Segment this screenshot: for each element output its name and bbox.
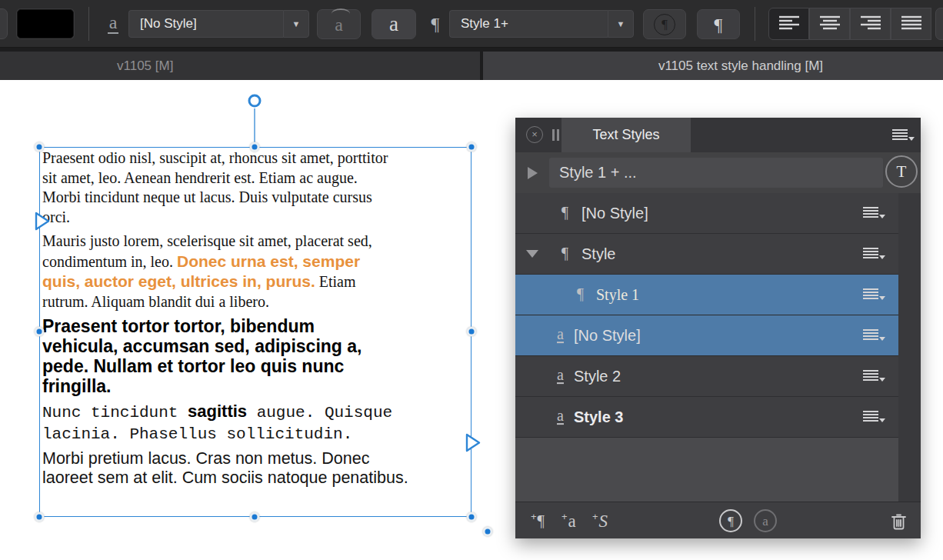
- menu-lines-icon: [863, 329, 878, 340]
- new-style-from-selection-button[interactable]: +S: [592, 502, 608, 539]
- panel-footer: +¶ +a +S ¶ a: [515, 502, 921, 538]
- style-row-menu-button[interactable]: [863, 411, 886, 423]
- style-row-character--no-style-[interactable]: a[No Style]: [515, 315, 898, 356]
- text-run-mono: Nunc tincidunt: [42, 404, 188, 422]
- trash-icon: [891, 512, 907, 530]
- character-style-icon: a: [101, 10, 125, 38]
- style-label: [No Style]: [581, 205, 648, 222]
- close-icon[interactable]: ×: [526, 126, 543, 143]
- text-paragraph[interactable]: Nunc tincidunt sagittis augue. Quisque l…: [42, 401, 468, 445]
- rotation-handle-stem: [254, 108, 255, 143]
- align-center-icon: [819, 15, 841, 32]
- text-style-t-icon[interactable]: T: [885, 155, 918, 188]
- text-flow-out-triangle[interactable]: [465, 432, 481, 453]
- style-label: Style 2: [574, 368, 621, 385]
- paragraph-style-icon: ¶: [561, 205, 568, 220]
- document-tab-inactive[interactable]: v1105 [M]: [0, 52, 480, 80]
- clipped-toolbar-button[interactable]: [0, 8, 8, 39]
- text-paragraph[interactable]: Praesent odio nisl, suscipit at, rhoncus…: [42, 148, 468, 227]
- text-paragraph[interactable]: Praesent tortor tortor, bibendum vehicul…: [42, 316, 468, 396]
- style-row-character-style-3[interactable]: aStyle 3: [515, 397, 898, 438]
- pilcrow-circle-icon: ¶: [654, 14, 675, 35]
- menu-lines-icon: [863, 288, 878, 299]
- a-with-arc-icon: a: [335, 15, 343, 34]
- current-style-row: Style 1 + ... T: [515, 152, 921, 193]
- text-run-boldinline: sagittis: [188, 402, 247, 421]
- text-flow-in-triangle[interactable]: [34, 211, 51, 232]
- style-row-paragraph--no-style-[interactable]: ¶[No Style]: [515, 193, 898, 234]
- resize-handle-bottom-left[interactable]: [35, 512, 45, 522]
- paragraph-style-icon: ¶: [425, 12, 446, 36]
- style-row-paragraph-style-1[interactable]: ¶Style 1: [515, 275, 898, 315]
- align-right-button[interactable]: [850, 8, 891, 40]
- style-row-menu-button[interactable]: [863, 207, 886, 219]
- paragraph-style-plain-button[interactable]: ¶: [697, 9, 740, 39]
- frame-stretch-handle[interactable]: [483, 527, 493, 537]
- new-paragraph-style-button[interactable]: +¶: [531, 502, 545, 539]
- text-run-sans: Morbi pretium lacus. Cras non metus. Don…: [42, 449, 408, 487]
- text-run-bold: Praesent tortor tortor, bibendum vehicul…: [42, 316, 362, 396]
- align-left-button[interactable]: [768, 8, 809, 40]
- resize-handle-top-right[interactable]: [467, 142, 477, 152]
- style-row-menu-button[interactable]: [863, 370, 886, 382]
- rotation-handle[interactable]: [248, 95, 262, 108]
- text-frame-content[interactable]: Praesent odio nisl, suscipit at, rhoncus…: [42, 148, 468, 492]
- panel-tab-text-styles[interactable]: Text Styles: [561, 118, 691, 152]
- s-icon: S: [599, 512, 608, 530]
- current-style-field[interactable]: Style 1 + ...: [549, 158, 883, 188]
- resize-handle-top-left[interactable]: [35, 142, 45, 152]
- style-label: [No Style]: [574, 327, 641, 345]
- style-label: Style 1: [596, 286, 639, 304]
- resize-handle-bottom-right[interactable]: [467, 512, 477, 522]
- character-style-icon: a: [557, 326, 564, 343]
- plus-icon: +: [531, 511, 537, 522]
- style-row-menu-button[interactable]: [863, 329, 886, 342]
- paragraph-style-icon: ¶: [561, 245, 568, 261]
- text-run-serif: Praesent odio nisl, suscipit at, rhoncus…: [42, 149, 388, 225]
- align-center-button[interactable]: [809, 8, 850, 40]
- character-style-icon: a: [557, 408, 564, 425]
- paragraph-style-dropdown-arrow[interactable]: ▼: [608, 10, 634, 38]
- show-character-samples-button[interactable]: a: [317, 9, 361, 39]
- style-label: Style: [581, 245, 615, 263]
- color-swatch[interactable]: [17, 9, 74, 38]
- text-paragraph[interactable]: Mauris justo lorem, scelerisque sit amet…: [42, 232, 468, 312]
- expander-down-icon[interactable]: [526, 250, 538, 258]
- text-paragraph[interactable]: Morbi pretium lacus. Cras non metus. Don…: [42, 449, 468, 488]
- panel-menu-icon[interactable]: [892, 129, 908, 140]
- paragraph-style-circle-button[interactable]: ¶: [643, 9, 686, 39]
- resize-handle-middle-right[interactable]: [467, 327, 477, 337]
- detach-paragraph-style-button[interactable]: ¶: [719, 502, 742, 539]
- document-tabs: v1105 [M] v1105 text style handling [M]: [0, 48, 943, 80]
- resize-handle-top-center[interactable]: [250, 142, 260, 152]
- style-row-menu-button[interactable]: [863, 288, 886, 301]
- delete-style-button[interactable]: [891, 502, 907, 539]
- character-style-button[interactable]: a: [372, 9, 416, 39]
- a-circle-icon: a: [754, 509, 777, 532]
- resize-handle-middle-left[interactable]: [35, 327, 45, 337]
- style-row-paragraph-style[interactable]: ¶Style: [515, 234, 898, 275]
- panel-scrollbar-gutter[interactable]: [898, 193, 921, 502]
- character-style-dropdown[interactable]: [No Style]: [128, 10, 283, 38]
- resize-handle-bottom-center[interactable]: [250, 512, 260, 522]
- paragraph-style-icon: ¶: [577, 286, 584, 302]
- document-tab-active[interactable]: v1105 text style handling [M]: [483, 52, 943, 80]
- style-row-menu-button[interactable]: [863, 248, 886, 260]
- expander-right-icon[interactable]: [528, 167, 538, 179]
- pause-icon[interactable]: [552, 129, 561, 141]
- style-list-empty-area: [515, 438, 898, 502]
- paragraph-style-dropdown[interactable]: Style 1+: [449, 10, 608, 38]
- style-row-character-style-2[interactable]: aStyle 2: [515, 356, 898, 397]
- character-style-dropdown-arrow[interactable]: ▼: [283, 10, 309, 38]
- detach-character-style-button[interactable]: a: [754, 502, 777, 539]
- new-character-style-button[interactable]: +a: [561, 502, 576, 539]
- align-justify-button[interactable]: [891, 8, 931, 40]
- text-frame[interactable]: Praesent odio nisl, suscipit at, rhoncus…: [39, 147, 471, 517]
- clipped-toolbar-button[interactable]: [935, 8, 943, 40]
- menu-lines-icon: [863, 248, 878, 258]
- toolbar-separator: [88, 7, 89, 41]
- menu-lines-icon: [863, 207, 878, 218]
- text-styles-panel: × Text Styles Style 1 + ... T ¶[No Style…: [515, 118, 921, 538]
- align-justify-icon: [901, 15, 922, 32]
- a-icon: a: [389, 14, 398, 35]
